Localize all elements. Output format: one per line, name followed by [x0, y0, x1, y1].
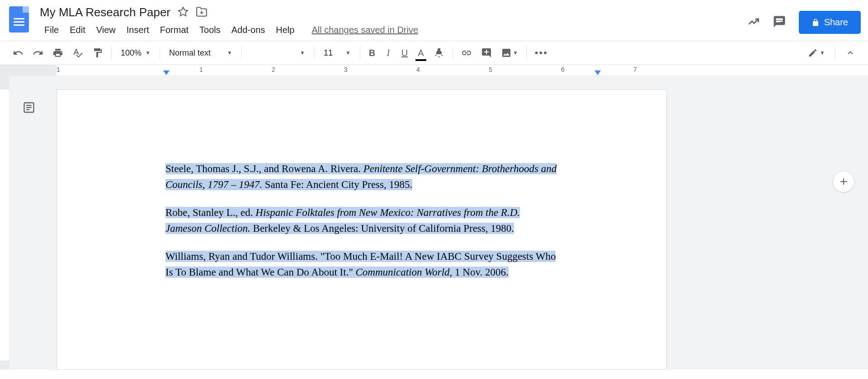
indent-marker-left[interactable] [163, 70, 170, 75]
toolbar: 100% ▼ Normal text ▼ ▼ 11 ▼ B I U A ▼ ••… [0, 41, 868, 65]
svg-rect-1 [776, 19, 783, 20]
link-button[interactable] [458, 45, 476, 61]
title-row: My MLA Research Paper [40, 4, 747, 19]
doc-title[interactable]: My MLA Research Paper [40, 5, 170, 19]
more-button[interactable]: ••• [531, 45, 552, 61]
ruler-num: 4 [416, 66, 420, 73]
lock-icon [811, 19, 820, 27]
image-button[interactable]: ▼ [497, 45, 522, 61]
style-value: Normal text [169, 48, 211, 58]
ruler-num: 5 [489, 66, 492, 73]
editing-mode-button[interactable]: ▼ [804, 45, 829, 61]
ruler-num: 6 [561, 66, 565, 73]
collapse-button[interactable] [842, 45, 859, 61]
comment-button[interactable] [477, 45, 495, 61]
star-icon[interactable] [178, 6, 189, 19]
zoom-select[interactable]: 100% ▼ [116, 46, 155, 61]
toolbar-right: ▼ [804, 45, 859, 61]
header: My MLA Research Paper File Edit View Ins… [0, 0, 868, 37]
separator [241, 47, 242, 59]
comments-icon[interactable] [773, 15, 786, 30]
print-button[interactable] [49, 45, 67, 61]
indent-marker-right[interactable] [594, 70, 601, 75]
citation-publication: Berkeley & Los Angeles: University of Ca… [250, 223, 514, 234]
menu-insert[interactable]: Insert [122, 23, 154, 37]
menu-file[interactable]: File [40, 23, 63, 37]
dropdown-arrow-icon: ▼ [300, 50, 305, 56]
text-color-button[interactable]: A [414, 45, 428, 61]
activity-icon[interactable] [747, 15, 760, 30]
menu-bar: File Edit View Insert Format Tools Add-o… [40, 19, 747, 37]
zoom-value: 100% [121, 48, 142, 58]
vertical-ruler-content [0, 89, 9, 360]
citation-publication: Santa Fe: Ancient City Press, 1985. [262, 179, 412, 190]
citation-entry: Williams, Ryan and Tudor Williams. "Too … [165, 249, 558, 280]
move-folder-icon[interactable] [196, 6, 208, 19]
horizontal-ruler[interactable]: 1 1 2 3 4 5 6 7 [0, 65, 868, 76]
docs-icon [9, 6, 29, 33]
citation-entry: Robe, Stanley L., ed. Hispanic Folktales… [165, 205, 558, 236]
dropdown-arrow-icon: ▼ [145, 50, 151, 56]
header-content: My MLA Research Paper File Edit View Ins… [40, 4, 747, 37]
separator [111, 47, 112, 59]
style-select[interactable]: Normal text ▼ [165, 46, 237, 61]
menu-edit[interactable]: Edit [65, 23, 90, 37]
spellcheck-button[interactable] [69, 45, 87, 61]
document-page[interactable]: Steele, Thomas J., S.J., and Rowena A. R… [57, 89, 667, 370]
menu-help[interactable]: Help [271, 23, 299, 37]
explore-button[interactable] [833, 171, 854, 192]
menu-view[interactable]: View [92, 23, 120, 37]
svg-rect-2 [776, 21, 780, 22]
menu-tools[interactable]: Tools [195, 23, 225, 37]
font-select[interactable]: ▼ [246, 47, 310, 59]
dropdown-arrow-icon: ▼ [227, 50, 232, 56]
bold-button[interactable]: B [365, 45, 379, 61]
ruler-margin-left [0, 65, 57, 75]
citation-publication: , 1 Nov. 2006. [450, 267, 509, 278]
highlight-button[interactable] [430, 45, 448, 61]
italic-button[interactable]: I [381, 45, 396, 61]
svg-marker-0 [179, 7, 188, 16]
separator [160, 47, 160, 59]
citation-entry: Steele, Thomas J., S.J., and Rowena A. R… [165, 161, 558, 192]
undo-button[interactable] [9, 45, 27, 61]
paint-format-button[interactable] [89, 45, 107, 61]
header-actions: Share [747, 4, 861, 34]
dropdown-arrow-icon: ▼ [345, 50, 351, 56]
ruler-num: 3 [344, 66, 348, 73]
citation-title: Communication World [356, 267, 450, 278]
share-button[interactable]: Share [799, 11, 861, 34]
citation-author: Robe, Stanley L., ed. [165, 207, 255, 218]
font-size-value: 11 [324, 48, 333, 58]
document-area: Steele, Thomas J., S.J., and Rowena A. R… [0, 76, 868, 370]
menu-format[interactable]: Format [156, 23, 193, 37]
ruler-numbers: 1 1 2 3 4 5 6 7 [57, 65, 868, 75]
color-swatch [415, 59, 426, 61]
dropdown-arrow-icon: ▼ [820, 50, 825, 56]
share-label: Share [824, 17, 848, 28]
underline-button[interactable]: U [397, 45, 412, 61]
separator [835, 47, 835, 59]
separator [314, 47, 315, 59]
vertical-ruler[interactable] [0, 76, 9, 370]
separator [360, 47, 360, 59]
menu-addons[interactable]: Add-ons [227, 23, 270, 37]
document-content[interactable]: Steele, Thomas J., S.J., and Rowena A. R… [165, 161, 558, 280]
ruler-num: 2 [272, 66, 275, 73]
ruler-num: 1 [57, 66, 60, 73]
dropdown-arrow-icon: ▼ [513, 50, 518, 56]
outline-button[interactable] [20, 98, 38, 117]
ruler-num: 1 [199, 66, 203, 73]
save-status[interactable]: All changes saved in Drive [311, 25, 418, 35]
citation-author: Steele, Thomas J., S.J., and Rowena A. R… [165, 163, 363, 174]
separator [526, 47, 527, 59]
ruler-num: 7 [633, 66, 637, 73]
separator [453, 47, 453, 59]
docs-logo[interactable] [7, 4, 31, 35]
font-size-select[interactable]: 11 ▼ [319, 46, 355, 61]
redo-button[interactable] [29, 45, 47, 61]
